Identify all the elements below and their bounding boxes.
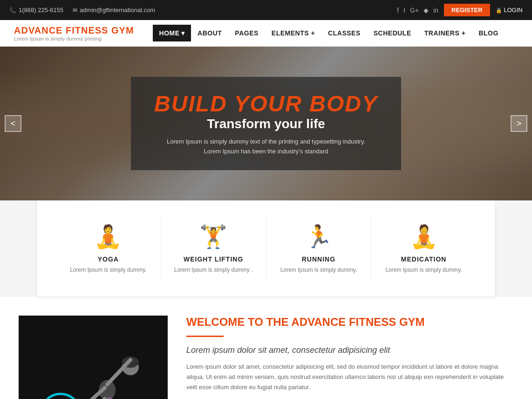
social-icons: f t G+ ◆ in	[397, 7, 438, 14]
nav-pages[interactable]: PAGES	[228, 25, 265, 41]
mail-icon	[73, 7, 77, 14]
facebook-icon[interactable]: f	[397, 7, 399, 14]
about-description: Lorem ipsum dolor sit amet, consectetur …	[186, 362, 513, 392]
nav-blog[interactable]: BLOG	[472, 25, 505, 41]
phone-icon	[9, 7, 16, 14]
feature-weightlifting-desc: Lorem Ipsum is simply dummy .	[168, 267, 259, 273]
login-label: LOGIN	[504, 7, 523, 14]
phone-number: 1(868) 225-6155	[19, 7, 63, 14]
logo-subtitle: Lorem Ipsum is simply dummy printing	[14, 36, 134, 41]
running-icon: 🏃	[273, 224, 364, 250]
about-subtitle: Lorem ipsum dolor sit amet, consectetur …	[186, 345, 513, 355]
nav-home[interactable]: HOME ▾	[153, 25, 191, 41]
nav-schedule[interactable]: SCHEDULE	[367, 25, 418, 41]
feature-medication: 🧘 MEDICATION Lorem Ipsum is simply dummy…	[371, 214, 476, 282]
yoga-illustration	[19, 316, 168, 399]
chevron-right-icon: >	[517, 119, 522, 129]
hero-next-button[interactable]: >	[511, 115, 527, 132]
about-image-inner	[19, 316, 168, 399]
feature-weightlifting: 🏋 WEIGHT LIFTING Lorem Ipsum is simply d…	[161, 214, 266, 282]
about-title-orange: ADVANCE FITNESS GYM	[291, 316, 424, 328]
top-bar-right: f t G+ ◆ in REGISTER LOGIN	[397, 4, 523, 16]
svg-rect-0	[19, 316, 168, 399]
hero-title: BUILD YOUR BODY	[154, 91, 378, 117]
hero-content: BUILD YOUR BODY Transform your life Lore…	[131, 77, 401, 171]
hero-prev-button[interactable]: <	[5, 115, 21, 132]
feature-weightlifting-title: WEIGHT LIFTING	[168, 255, 259, 263]
chevron-left-icon: <	[11, 119, 16, 129]
hero-line1: Lorem Ipsum is simply dummy text of the …	[167, 138, 365, 145]
dropdown-arrow: ▾	[181, 29, 185, 37]
nav-classes[interactable]: CLASSES	[321, 25, 367, 41]
feature-medication-title: MEDICATION	[378, 255, 469, 263]
phone-contact: 1(868) 225-6155	[9, 7, 63, 14]
feature-running-title: RUNNING	[273, 255, 364, 263]
login-button[interactable]: LOGIN	[496, 7, 523, 14]
hero-section: < BUILD YOUR BODY Transform your life Lo…	[0, 47, 532, 200]
navbar: ADVANCE FITNESS GYM Lorem Ipsum is simpl…	[0, 20, 532, 47]
nav-links: HOME ▾ ABOUT PAGES ELEMENTS + CLASSES SC…	[153, 25, 505, 41]
logo-orange: GYM	[111, 25, 134, 35]
nav-elements[interactable]: ELEMENTS +	[265, 25, 321, 41]
linkedin-icon[interactable]: in	[433, 7, 438, 14]
email-address: admin@gftinternational.com	[80, 7, 155, 14]
hero-line2: Lorem Ipsum has been the industry's stan…	[204, 148, 328, 155]
nav-trainers[interactable]: TRAINERS +	[418, 25, 472, 41]
medication-icon: 🧘	[378, 224, 469, 250]
weightlifting-icon: 🏋	[168, 224, 259, 250]
logo-title: ADVANCE FITNESS GYM	[14, 25, 134, 36]
logo-plain: ADVANCE FITNESS	[14, 25, 111, 35]
register-button[interactable]: REGISTER	[444, 4, 490, 16]
features-section: 🧘 YOGA Lorem Ipsum is simply dummy. 🏋 WE…	[37, 200, 495, 297]
email-contact: admin@gftinternational.com	[73, 7, 155, 14]
about-title: WELCOME TO THE ADVANCE FITNESS GYM	[186, 316, 513, 329]
about-image	[19, 316, 168, 399]
top-bar: 1(868) 225-6155 admin@gftinternational.c…	[0, 0, 532, 20]
about-divider	[186, 336, 224, 337]
hero-subtitle: Transform your life	[154, 117, 378, 131]
hero-body: Lorem Ipsum is simply dummy text of the …	[154, 137, 378, 157]
lock-icon	[496, 7, 502, 14]
yoga-icon: 🧘	[63, 224, 154, 250]
about-title-plain: WELCOME TO THE	[186, 316, 291, 328]
feature-yoga-title: YOGA	[63, 255, 154, 263]
feature-running-desc: Lorem Ipsum is simply dummy.	[273, 267, 364, 273]
logo[interactable]: ADVANCE FITNESS GYM Lorem Ipsum is simpl…	[14, 25, 134, 41]
about-content: WELCOME TO THE ADVANCE FITNESS GYM Lorem…	[186, 316, 513, 399]
instagram-icon[interactable]: ◆	[423, 7, 429, 14]
feature-yoga: 🧘 YOGA Lorem Ipsum is simply dummy.	[56, 214, 161, 282]
feature-yoga-desc: Lorem Ipsum is simply dummy.	[63, 267, 154, 273]
top-bar-contact: 1(868) 225-6155 admin@gftinternational.c…	[9, 7, 155, 14]
feature-running: 🏃 RUNNING Lorem Ipsum is simply dummy.	[266, 214, 372, 282]
about-section: WELCOME TO THE ADVANCE FITNESS GYM Lorem…	[0, 297, 532, 399]
googleplus-icon[interactable]: G+	[410, 7, 419, 14]
twitter-icon[interactable]: t	[403, 7, 405, 14]
feature-medication-desc: Lorem Ipsum is simply dummy.	[378, 267, 469, 273]
nav-about[interactable]: ABOUT	[191, 25, 228, 41]
